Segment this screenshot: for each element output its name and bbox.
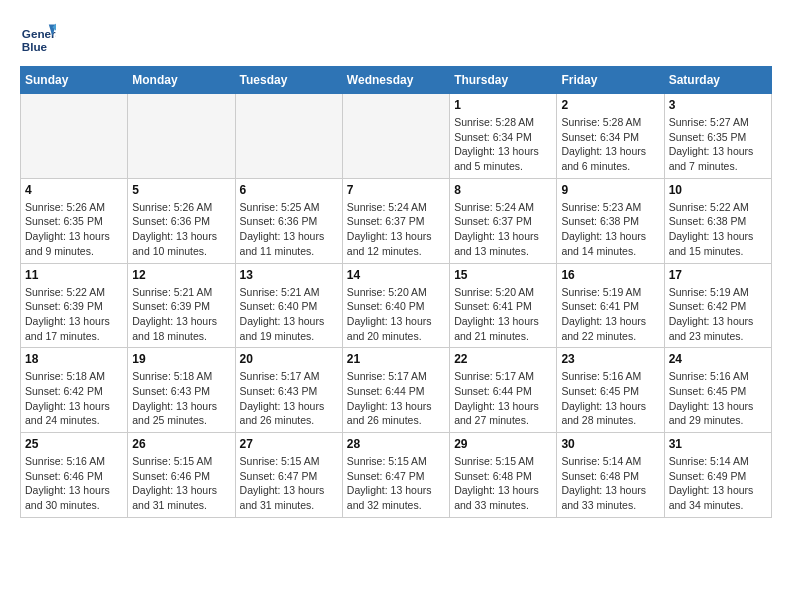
day-info: Sunrise: 5:26 AM Sunset: 6:36 PM Dayligh… [132,200,230,259]
calendar-cell: 19Sunrise: 5:18 AM Sunset: 6:43 PM Dayli… [128,348,235,433]
calendar-cell: 11Sunrise: 5:22 AM Sunset: 6:39 PM Dayli… [21,263,128,348]
calendar-cell: 25Sunrise: 5:16 AM Sunset: 6:46 PM Dayli… [21,433,128,518]
day-number: 22 [454,352,552,366]
day-info: Sunrise: 5:15 AM Sunset: 6:48 PM Dayligh… [454,454,552,513]
calendar-day-header: Sunday [21,67,128,94]
day-number: 30 [561,437,659,451]
day-info: Sunrise: 5:17 AM Sunset: 6:43 PM Dayligh… [240,369,338,428]
calendar-header-row: SundayMondayTuesdayWednesdayThursdayFrid… [21,67,772,94]
day-number: 7 [347,183,445,197]
calendar-day-header: Thursday [450,67,557,94]
day-info: Sunrise: 5:22 AM Sunset: 6:39 PM Dayligh… [25,285,123,344]
day-number: 31 [669,437,767,451]
day-info: Sunrise: 5:23 AM Sunset: 6:38 PM Dayligh… [561,200,659,259]
calendar-table: SundayMondayTuesdayWednesdayThursdayFrid… [20,66,772,518]
day-info: Sunrise: 5:28 AM Sunset: 6:34 PM Dayligh… [454,115,552,174]
day-number: 28 [347,437,445,451]
calendar-week-row: 18Sunrise: 5:18 AM Sunset: 6:42 PM Dayli… [21,348,772,433]
day-number: 14 [347,268,445,282]
day-number: 1 [454,98,552,112]
day-number: 25 [25,437,123,451]
day-number: 6 [240,183,338,197]
calendar-cell: 5Sunrise: 5:26 AM Sunset: 6:36 PM Daylig… [128,178,235,263]
day-number: 13 [240,268,338,282]
calendar-cell: 2Sunrise: 5:28 AM Sunset: 6:34 PM Daylig… [557,94,664,179]
svg-text:Blue: Blue [22,40,48,53]
day-number: 12 [132,268,230,282]
day-number: 24 [669,352,767,366]
day-number: 3 [669,98,767,112]
day-number: 20 [240,352,338,366]
calendar-cell: 12Sunrise: 5:21 AM Sunset: 6:39 PM Dayli… [128,263,235,348]
day-number: 23 [561,352,659,366]
day-number: 19 [132,352,230,366]
calendar-cell: 23Sunrise: 5:16 AM Sunset: 6:45 PM Dayli… [557,348,664,433]
day-number: 18 [25,352,123,366]
day-info: Sunrise: 5:15 AM Sunset: 6:47 PM Dayligh… [240,454,338,513]
calendar-cell: 13Sunrise: 5:21 AM Sunset: 6:40 PM Dayli… [235,263,342,348]
day-number: 29 [454,437,552,451]
day-info: Sunrise: 5:25 AM Sunset: 6:36 PM Dayligh… [240,200,338,259]
calendar-cell: 1Sunrise: 5:28 AM Sunset: 6:34 PM Daylig… [450,94,557,179]
day-info: Sunrise: 5:16 AM Sunset: 6:45 PM Dayligh… [669,369,767,428]
day-info: Sunrise: 5:14 AM Sunset: 6:49 PM Dayligh… [669,454,767,513]
day-number: 11 [25,268,123,282]
calendar-cell [235,94,342,179]
day-number: 8 [454,183,552,197]
day-number: 9 [561,183,659,197]
day-number: 26 [132,437,230,451]
day-info: Sunrise: 5:19 AM Sunset: 6:42 PM Dayligh… [669,285,767,344]
day-number: 15 [454,268,552,282]
calendar-cell [21,94,128,179]
day-number: 2 [561,98,659,112]
calendar-cell: 16Sunrise: 5:19 AM Sunset: 6:41 PM Dayli… [557,263,664,348]
day-number: 17 [669,268,767,282]
day-info: Sunrise: 5:17 AM Sunset: 6:44 PM Dayligh… [347,369,445,428]
day-number: 21 [347,352,445,366]
day-info: Sunrise: 5:17 AM Sunset: 6:44 PM Dayligh… [454,369,552,428]
calendar-week-row: 4Sunrise: 5:26 AM Sunset: 6:35 PM Daylig… [21,178,772,263]
calendar-cell: 9Sunrise: 5:23 AM Sunset: 6:38 PM Daylig… [557,178,664,263]
calendar-cell [342,94,449,179]
day-info: Sunrise: 5:24 AM Sunset: 6:37 PM Dayligh… [347,200,445,259]
calendar-cell: 4Sunrise: 5:26 AM Sunset: 6:35 PM Daylig… [21,178,128,263]
day-info: Sunrise: 5:15 AM Sunset: 6:47 PM Dayligh… [347,454,445,513]
calendar-week-row: 25Sunrise: 5:16 AM Sunset: 6:46 PM Dayli… [21,433,772,518]
calendar-day-header: Monday [128,67,235,94]
calendar-cell: 6Sunrise: 5:25 AM Sunset: 6:36 PM Daylig… [235,178,342,263]
day-number: 5 [132,183,230,197]
calendar-cell: 3Sunrise: 5:27 AM Sunset: 6:35 PM Daylig… [664,94,771,179]
calendar-cell: 29Sunrise: 5:15 AM Sunset: 6:48 PM Dayli… [450,433,557,518]
day-info: Sunrise: 5:24 AM Sunset: 6:37 PM Dayligh… [454,200,552,259]
logo: General Blue [20,20,60,56]
day-info: Sunrise: 5:19 AM Sunset: 6:41 PM Dayligh… [561,285,659,344]
calendar-cell: 31Sunrise: 5:14 AM Sunset: 6:49 PM Dayli… [664,433,771,518]
day-info: Sunrise: 5:16 AM Sunset: 6:46 PM Dayligh… [25,454,123,513]
day-number: 16 [561,268,659,282]
day-info: Sunrise: 5:15 AM Sunset: 6:46 PM Dayligh… [132,454,230,513]
calendar-cell: 10Sunrise: 5:22 AM Sunset: 6:38 PM Dayli… [664,178,771,263]
calendar-day-header: Wednesday [342,67,449,94]
calendar-cell: 30Sunrise: 5:14 AM Sunset: 6:48 PM Dayli… [557,433,664,518]
calendar-cell: 28Sunrise: 5:15 AM Sunset: 6:47 PM Dayli… [342,433,449,518]
day-info: Sunrise: 5:21 AM Sunset: 6:40 PM Dayligh… [240,285,338,344]
day-info: Sunrise: 5:22 AM Sunset: 6:38 PM Dayligh… [669,200,767,259]
logo-icon: General Blue [20,20,56,56]
day-info: Sunrise: 5:16 AM Sunset: 6:45 PM Dayligh… [561,369,659,428]
calendar-cell: 15Sunrise: 5:20 AM Sunset: 6:41 PM Dayli… [450,263,557,348]
calendar-day-header: Friday [557,67,664,94]
calendar-cell: 18Sunrise: 5:18 AM Sunset: 6:42 PM Dayli… [21,348,128,433]
calendar-cell [128,94,235,179]
calendar-cell: 24Sunrise: 5:16 AM Sunset: 6:45 PM Dayli… [664,348,771,433]
day-info: Sunrise: 5:21 AM Sunset: 6:39 PM Dayligh… [132,285,230,344]
calendar-cell: 17Sunrise: 5:19 AM Sunset: 6:42 PM Dayli… [664,263,771,348]
calendar-cell: 7Sunrise: 5:24 AM Sunset: 6:37 PM Daylig… [342,178,449,263]
calendar-day-header: Saturday [664,67,771,94]
day-info: Sunrise: 5:18 AM Sunset: 6:42 PM Dayligh… [25,369,123,428]
calendar-cell: 22Sunrise: 5:17 AM Sunset: 6:44 PM Dayli… [450,348,557,433]
day-number: 27 [240,437,338,451]
page-header: General Blue [20,20,772,56]
calendar-cell: 26Sunrise: 5:15 AM Sunset: 6:46 PM Dayli… [128,433,235,518]
day-info: Sunrise: 5:20 AM Sunset: 6:40 PM Dayligh… [347,285,445,344]
calendar-cell: 20Sunrise: 5:17 AM Sunset: 6:43 PM Dayli… [235,348,342,433]
